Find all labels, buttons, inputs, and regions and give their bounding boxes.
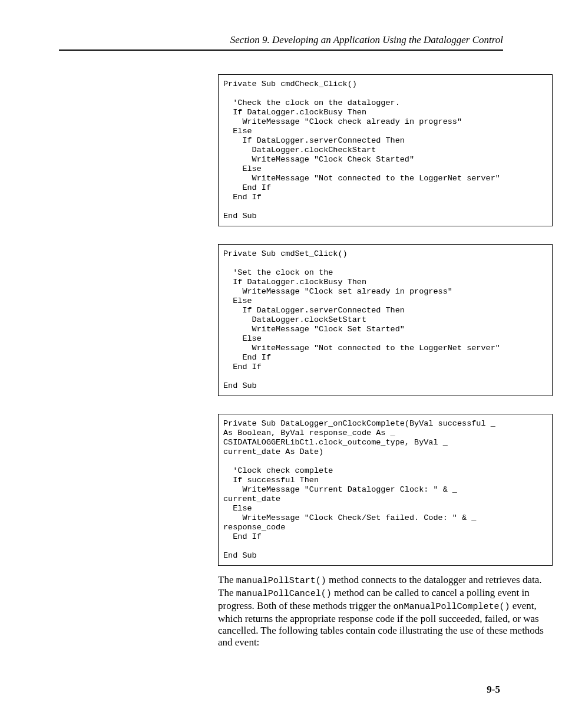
page: Section 9. Developing an Application Usi… [0,0,562,728]
code-block-cmdset: Private Sub cmdSet_Click() 'Set the cloc… [218,244,553,396]
content-column: Private Sub cmdCheck_Click() 'Check the … [218,51,557,648]
body-paragraph: The manualPollStart() method connects to… [218,574,548,648]
page-number: 9-5 [487,684,500,696]
para-text: The [218,574,236,585]
running-header: Section 9. Developing an Application Usi… [59,34,503,46]
code-block-cmdcheck: Private Sub cmdCheck_Click() 'Check the … [218,74,553,226]
code-inline-manualpollcancel: manualPollCancel() [236,589,332,599]
code-inline-onmanualpollcomplete: onManualPollComplete() [393,602,510,612]
code-block-onclockcomplete: Private Sub DataLogger_onClockComplete(B… [218,414,553,566]
code-inline-manualpollstart: manualPollStart() [236,576,326,586]
